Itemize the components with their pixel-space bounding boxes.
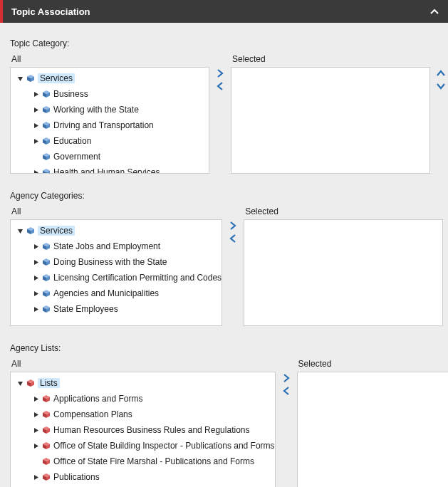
tree-node[interactable]: Office of State Building Inspector - Pub… (11, 438, 275, 454)
svg-marker-27 (18, 229, 23, 234)
move-left-icon[interactable] (282, 386, 291, 397)
tree-node[interactable]: Compensation Plans (11, 407, 275, 422)
tree-node[interactable]: Lists (11, 375, 275, 391)
svg-marker-51 (18, 382, 23, 386)
tree-node[interactable]: Human Resources Business Rules and Regul… (11, 422, 275, 438)
tree-node-label: Government (53, 152, 100, 162)
expand-toggle-icon[interactable] (15, 226, 25, 236)
cube-icon (42, 441, 51, 450)
svg-marker-47 (34, 307, 38, 312)
tree-node-label: Education (53, 136, 91, 146)
svg-marker-43 (34, 291, 38, 296)
expand-toggle-icon[interactable] (31, 441, 41, 451)
move-down-icon[interactable] (437, 81, 445, 93)
topic-all-listbox[interactable]: ServicesBusinessWorking with the StateDr… (10, 67, 209, 174)
expand-toggle-icon[interactable] (31, 105, 41, 115)
expand-toggle-icon[interactable] (31, 409, 41, 419)
expand-toggle-icon[interactable] (31, 394, 41, 404)
svg-marker-16 (34, 139, 38, 144)
move-right-icon[interactable] (216, 68, 224, 80)
tree-node[interactable]: Services (11, 70, 209, 86)
tree-node[interactable]: Licensing Certification Permitting and C… (11, 270, 222, 286)
all-column: All ServicesState Jobs and EmploymentDoi… (10, 206, 222, 326)
svg-marker-55 (34, 397, 38, 402)
tree-node[interactable]: Applications and Forms (11, 391, 275, 407)
topic-category-label: Topic Category: (10, 38, 438, 48)
expand-toggle-icon[interactable] (31, 273, 41, 283)
svg-marker-23 (34, 170, 38, 174)
expand-toggle-icon[interactable] (15, 378, 25, 388)
expand-toggle-icon[interactable] (31, 89, 41, 99)
tree-node[interactable]: Services (11, 223, 222, 239)
tree-node[interactable]: Business (11, 86, 209, 102)
expand-toggle-icon[interactable] (31, 288, 41, 298)
all-header: All (10, 206, 222, 216)
selected-column: Selected (231, 54, 430, 174)
panel-header: Topic Association (0, 0, 448, 23)
tree-node[interactable]: Health and Human Services (11, 164, 209, 174)
selected-header: Selected (297, 359, 448, 369)
tree-node[interactable]: Government (11, 149, 209, 164)
expand-toggle-icon[interactable] (31, 472, 41, 482)
topic-selected-listbox[interactable] (231, 67, 430, 174)
tree-node[interactable]: Office of State Fire Marshal - Publicati… (11, 454, 275, 469)
selected-header: Selected (244, 206, 443, 216)
agency-lists-dual-list: All ListsApplications and FormsCompensat… (10, 359, 438, 487)
tree-node[interactable]: State Employees (11, 301, 222, 317)
move-left-icon[interactable] (229, 234, 237, 245)
move-arrows (214, 54, 226, 174)
tree-node[interactable]: Agencies and Municipalities (11, 286, 222, 301)
tree-node-label: Office of State Building Inspector - Pub… (53, 441, 275, 451)
expand-toggle-icon[interactable] (31, 304, 41, 314)
move-left-icon[interactable] (216, 81, 224, 93)
expand-toggle-icon[interactable] (31, 241, 41, 251)
agency-categories-dual-list: All ServicesState Jobs and EmploymentDoi… (10, 206, 438, 326)
panel-body: Topic Category: All ServicesBusinessWork… (0, 23, 448, 487)
cube-icon (42, 273, 51, 282)
tree-node-label: Driving and Transportation (53, 120, 154, 130)
expand-toggle-icon[interactable] (15, 73, 25, 83)
agency-lists-all-listbox[interactable]: ListsApplications and FormsCompensation … (10, 372, 276, 487)
agency-lists-selected-listbox[interactable] (297, 372, 448, 487)
order-arrows (434, 54, 447, 174)
tree-node[interactable]: Doing Business with the State (11, 254, 222, 270)
svg-marker-59 (34, 412, 38, 417)
all-header: All (10, 54, 209, 64)
tree-node-label: Health and Human Services (53, 167, 160, 174)
cube-icon (42, 410, 51, 419)
move-up-icon[interactable] (437, 68, 445, 80)
tree-node-label: Services (38, 73, 75, 83)
svg-marker-63 (34, 428, 38, 433)
cube-icon (42, 473, 51, 481)
expand-toggle-icon[interactable] (31, 257, 41, 267)
selected-header: Selected (231, 54, 430, 64)
expand-toggle-icon[interactable] (31, 425, 41, 435)
agency-cat-selected-listbox[interactable] (244, 219, 443, 326)
tree-node-label: Applications and Forms (53, 394, 142, 404)
agency-lists-label: Agency Lists: (10, 343, 438, 353)
topic-category-dual-list: All ServicesBusinessWorking with the Sta… (10, 54, 438, 174)
cube-icon (42, 105, 51, 114)
tree-node[interactable]: Publications (11, 469, 275, 485)
svg-marker-12 (34, 123, 38, 128)
selected-column: Selected (244, 206, 443, 326)
cube-icon (42, 137, 51, 145)
move-right-icon[interactable] (282, 373, 291, 384)
agency-cat-all-listbox[interactable]: ServicesState Jobs and EmploymentDoing B… (10, 219, 222, 326)
expand-toggle-icon[interactable] (31, 167, 41, 174)
collapse-icon[interactable] (429, 6, 439, 17)
tree-node-label: Office of State Fire Marshal - Publicati… (53, 456, 254, 466)
expand-toggle-icon[interactable] (31, 136, 41, 146)
tree-node-label: Lists (38, 378, 60, 388)
tree-node[interactable]: Education (11, 133, 209, 149)
expand-toggle-icon[interactable] (31, 120, 41, 130)
selected-column: Selected (297, 359, 448, 487)
cube-icon (42, 394, 51, 403)
tree-node[interactable]: State Jobs and Employment (11, 239, 222, 254)
tree-node[interactable]: Driving and Transportation (11, 117, 209, 133)
svg-marker-0 (18, 77, 23, 81)
move-right-icon[interactable] (229, 221, 237, 232)
tree-node[interactable]: Working with the State (11, 102, 209, 117)
svg-marker-8 (34, 108, 38, 112)
cube-icon (42, 168, 51, 174)
